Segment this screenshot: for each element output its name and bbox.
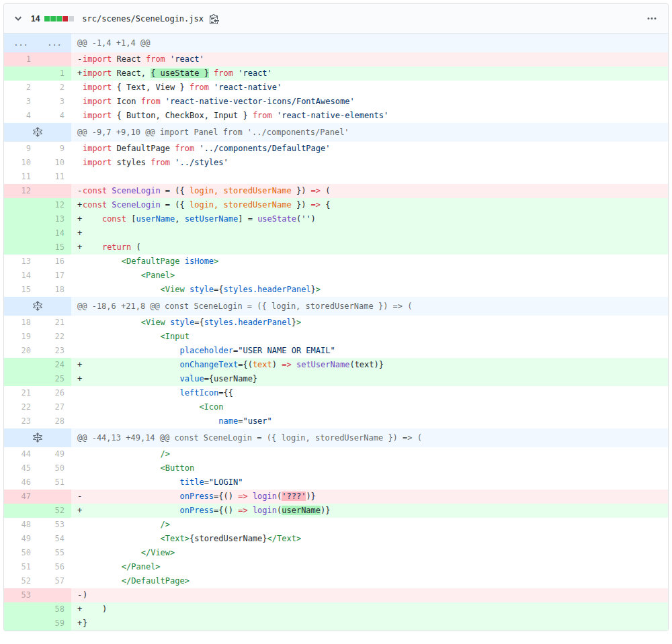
old-line-number[interactable]: 18	[4, 316, 38, 330]
old-line-number[interactable]	[4, 212, 38, 226]
collapse-diff-button[interactable]	[11, 12, 27, 26]
new-line-number[interactable]: 3	[38, 95, 71, 109]
old-line-number[interactable]	[4, 66, 38, 81]
old-line-number[interactable]: 53	[4, 588, 38, 602]
diff-marker	[71, 95, 83, 109]
old-line-number[interactable]: 50	[4, 546, 38, 560]
copy-path-button[interactable]	[210, 13, 219, 24]
file-options-button[interactable]	[642, 11, 661, 27]
new-line-number[interactable]: 57	[38, 574, 71, 588]
old-line-number[interactable]: 20	[4, 344, 38, 358]
new-line-number[interactable]: 23	[38, 344, 71, 358]
code-line: <Text>{storedUserName}</Text>	[71, 532, 668, 546]
old-line-number[interactable]: 4	[4, 109, 38, 123]
new-line-number[interactable]: 25	[38, 372, 71, 386]
new-line-number[interactable]: 58	[38, 602, 71, 616]
new-line-number[interactable]: 55	[38, 546, 71, 560]
new-line-number[interactable]: 21	[38, 316, 71, 330]
new-line-number[interactable]: 13	[38, 212, 71, 226]
expand-hunk-button[interactable]	[4, 297, 71, 316]
new-line-number[interactable]: 16	[38, 255, 71, 269]
old-line-number[interactable]: 14	[4, 269, 38, 283]
old-line-number[interactable]: 15	[4, 283, 38, 297]
old-line-number[interactable]: 2	[4, 81, 38, 95]
diff-row-ctx: 4449 />	[4, 447, 668, 461]
old-line-number[interactable]	[4, 504, 38, 518]
expand-hunk-button[interactable]	[4, 428, 71, 447]
old-line-number[interactable]	[4, 198, 38, 212]
old-line-number[interactable]	[4, 358, 38, 372]
new-line-number[interactable]	[38, 184, 71, 198]
diff-marker	[71, 81, 83, 95]
old-line-number[interactable]: 13	[4, 255, 38, 269]
diff-row-add: 59+}	[4, 616, 668, 631]
old-line-number[interactable]	[4, 226, 38, 240]
diff-marker	[71, 546, 83, 560]
new-line-number[interactable]: 24	[38, 358, 71, 372]
old-line-number[interactable]	[4, 616, 38, 631]
new-line-number[interactable]: 28	[38, 414, 71, 428]
new-line-number[interactable]: 52	[38, 504, 71, 518]
old-line-number[interactable]	[4, 240, 38, 255]
new-line-number[interactable]: 53	[38, 518, 71, 532]
old-line-number[interactable]: 21	[4, 386, 38, 400]
old-line-number[interactable]: 3	[4, 95, 38, 109]
file-path-link[interactable]: src/scenes/SceneLogin.jsx	[82, 14, 204, 24]
old-line-number[interactable]: 45	[4, 461, 38, 475]
new-line-number[interactable]: 22	[38, 330, 71, 344]
new-line-number[interactable]: 10	[38, 156, 71, 170]
old-line-number[interactable]: 52	[4, 574, 38, 588]
new-line-number[interactable]: 11	[38, 170, 71, 184]
new-line-number[interactable]: 18	[38, 283, 71, 297]
code-line: />	[71, 447, 668, 461]
new-line-number[interactable]: 14	[38, 226, 71, 240]
diff-row-ctx: 1417 <Panel>	[4, 269, 668, 283]
code-line: </View>	[71, 546, 668, 560]
old-line-number[interactable]: 44	[4, 447, 38, 461]
code-line: +const SceneLogin = ({ login, storedUser…	[71, 198, 668, 212]
old-line-number[interactable]: 10	[4, 156, 38, 170]
new-line-number[interactable]	[38, 588, 71, 602]
diff-row-del: 1-import React from 'react'	[4, 52, 668, 66]
new-line-number[interactable]: 15	[38, 240, 71, 255]
old-line-number[interactable]: 9	[4, 142, 38, 156]
old-line-number[interactable]: 49	[4, 532, 38, 546]
old-line-number[interactable]: 46	[4, 475, 38, 490]
old-line-number[interactable]	[4, 372, 38, 386]
diff-row-hunk: ......@@ -1,4 +1,4 @@	[4, 34, 668, 52]
diff-marker	[71, 255, 83, 269]
old-line-number[interactable]	[4, 602, 38, 616]
old-line-number[interactable]: 19	[4, 330, 38, 344]
new-line-number[interactable]: 50	[38, 461, 71, 475]
diff-row-ctx: 2126 leftIcon={{	[4, 386, 668, 400]
new-line-number[interactable]: 12	[38, 198, 71, 212]
old-line-number[interactable]: 23	[4, 414, 38, 428]
code-line: import { Button, CheckBox, Input } from …	[71, 109, 668, 123]
old-line-number[interactable]: 22	[4, 400, 38, 414]
old-line-number[interactable]: 48	[4, 518, 38, 532]
old-line-number[interactable]: 12	[4, 184, 38, 198]
new-line-number[interactable]: 27	[38, 400, 71, 414]
new-line-number[interactable]: 54	[38, 532, 71, 546]
diff-marker	[71, 475, 83, 490]
diff-row-ctx: 4853 />	[4, 518, 668, 532]
new-line-number[interactable]: 17	[38, 269, 71, 283]
expand-hunk-button[interactable]	[4, 123, 71, 142]
new-line-number[interactable]: 4	[38, 109, 71, 123]
new-line-number[interactable]: 49	[38, 447, 71, 461]
new-line-number[interactable]: 51	[38, 475, 71, 490]
new-line-number[interactable]: 26	[38, 386, 71, 400]
old-line-number[interactable]: 1	[4, 52, 38, 66]
new-line-number[interactable]: 1	[38, 66, 71, 81]
new-line-number[interactable]: 2	[38, 81, 71, 95]
new-line-number[interactable]	[38, 52, 71, 66]
diff-marker: +	[71, 616, 83, 631]
new-line-number[interactable]	[38, 490, 71, 504]
old-line-number[interactable]: 11	[4, 170, 38, 184]
old-line-number[interactable]: 51	[4, 560, 38, 574]
new-line-number[interactable]: 56	[38, 560, 71, 574]
old-line-number[interactable]: 47	[4, 490, 38, 504]
new-line-number[interactable]: 59	[38, 616, 71, 631]
new-line-number[interactable]: 9	[38, 142, 71, 156]
code-line: />	[71, 518, 668, 532]
